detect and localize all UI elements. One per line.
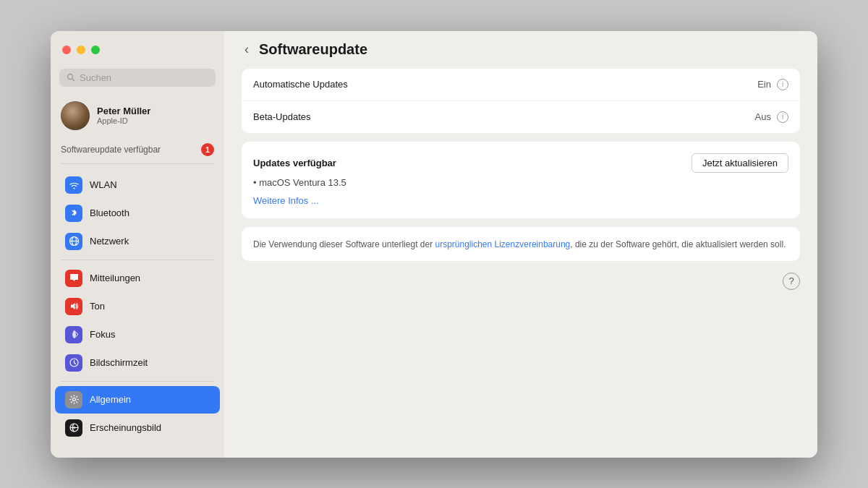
sidebar-item-netzwerk[interactable]: Netzwerk: [55, 228, 220, 255]
sidebar-item-erscheinungsbild[interactable]: Erscheinungsbild: [55, 414, 220, 442]
sidebar-item-allgemein[interactable]: Allgemein: [55, 386, 220, 414]
allgemein-icon: [65, 391, 82, 408]
main-header: ‹ Softwareupdate: [224, 31, 817, 69]
user-subtitle: Apple-ID: [97, 116, 150, 125]
fokus-label: Fokus: [90, 329, 115, 340]
settings-row-auto-updates: Automatische Updates Ein i: [242, 69, 800, 101]
update-badge: 1: [201, 143, 214, 156]
license-card: Die Verwendung dieser Software unterlieg…: [242, 227, 800, 261]
updates-title: Updates verfügbar: [253, 158, 336, 168]
back-button[interactable]: ‹: [242, 39, 252, 60]
help-button[interactable]: ?: [783, 273, 800, 290]
svg-line-1: [72, 79, 75, 81]
netzwerk-icon: [65, 233, 82, 250]
settings-card: Automatische Updates Ein i Beta-Updates …: [242, 69, 800, 133]
section-header-text: Softwareupdate verfügbar: [61, 145, 161, 155]
updates-header: Updates verfügbar Jetzt aktualisieren: [253, 153, 788, 173]
sidebar-divider: [61, 163, 214, 164]
beta-updates-label: Beta-Updates: [253, 111, 311, 122]
sidebar: Suchen Peter Müller Apple-ID Softwareupd…: [51, 31, 224, 458]
section-header: Softwareupdate verfügbar 1: [51, 139, 224, 159]
search-icon: [67, 73, 75, 82]
erscheinungsbild-label: Erscheinungsbild: [90, 422, 161, 433]
search-placeholder: Suchen: [80, 72, 111, 83]
main-content: Automatische Updates Ein i Beta-Updates …: [224, 69, 817, 458]
sidebar-item-bildschirmzeit[interactable]: Bildschirmzeit: [55, 349, 220, 377]
mitteilungen-label: Mitteilungen: [90, 273, 140, 283]
license-text-after: , die zu der Software gehört, die aktual…: [570, 239, 786, 249]
bluetooth-label: Bluetooth: [90, 207, 129, 218]
beta-updates-info-icon[interactable]: i: [777, 111, 788, 123]
sidebar-divider-3: [61, 381, 214, 382]
svg-point-7: [72, 398, 75, 401]
erscheinungsbild-icon: [65, 419, 82, 437]
user-info: Peter Müller Apple-ID: [97, 106, 150, 125]
main-window: Suchen Peter Müller Apple-ID Softwareupd…: [51, 31, 817, 458]
bildschirmzeit-label: Bildschirmzeit: [90, 357, 148, 368]
help-button-row: ?: [242, 270, 800, 290]
main-panel: ‹ Softwareupdate Automatische Updates Ei…: [224, 31, 817, 458]
auto-updates-value: Ein i: [757, 79, 788, 90]
wlan-icon: [65, 176, 82, 194]
sidebar-items: WLAN Bluetooth: [51, 168, 224, 458]
update-now-button[interactable]: Jetzt aktualisieren: [692, 153, 788, 173]
ton-icon: [65, 298, 82, 315]
update-item-macos: • macOS Ventura 13.5: [253, 177, 788, 188]
user-name: Peter Müller: [97, 106, 150, 116]
auto-updates-status: Ein: [757, 79, 771, 90]
close-button[interactable]: [62, 46, 71, 54]
auto-updates-info-icon[interactable]: i: [777, 79, 788, 90]
fokus-icon: [65, 326, 82, 343]
ton-label: Ton: [90, 301, 105, 312]
svg-point-9: [72, 427, 75, 429]
sidebar-item-fokus[interactable]: Fokus: [55, 321, 220, 348]
sidebar-item-bluetooth[interactable]: Bluetooth: [55, 200, 220, 227]
page-title: Softwareupdate: [259, 41, 367, 58]
sidebar-item-mitteilungen[interactable]: Mitteilungen: [55, 265, 220, 292]
avatar: [61, 101, 90, 130]
mitteilungen-icon: [65, 270, 82, 287]
sidebar-item-ton[interactable]: Ton: [55, 293, 220, 320]
netzwerk-label: Netzwerk: [90, 236, 129, 247]
sidebar-item-wlan[interactable]: WLAN: [55, 171, 220, 199]
bluetooth-icon: [65, 205, 82, 222]
search-bar[interactable]: Suchen: [59, 69, 216, 87]
user-section[interactable]: Peter Müller Apple-ID: [51, 95, 224, 139]
settings-row-beta-updates: Beta-Updates Aus i: [242, 101, 800, 133]
more-info-link[interactable]: Weitere Infos ...: [253, 195, 319, 206]
license-text: Die Verwendung dieser Software unterlieg…: [253, 239, 786, 249]
auto-updates-label: Automatische Updates: [253, 79, 348, 90]
wlan-label: WLAN: [90, 179, 117, 190]
bildschirmzeit-icon: [65, 354, 82, 372]
license-link[interactable]: ursprünglichen Lizenzvereinbarung: [435, 239, 570, 249]
updates-card: Updates verfügbar Jetzt aktualisieren • …: [242, 142, 800, 218]
maximize-button[interactable]: [91, 46, 100, 54]
minimize-button[interactable]: [77, 46, 85, 54]
license-text-before: Die Verwendung dieser Software unterlieg…: [253, 239, 435, 249]
beta-updates-value: Aus i: [755, 111, 788, 123]
titlebar: [51, 31, 224, 69]
beta-updates-status: Aus: [755, 111, 771, 122]
allgemein-label: Allgemein: [90, 394, 131, 405]
sidebar-divider-2: [61, 260, 214, 260]
